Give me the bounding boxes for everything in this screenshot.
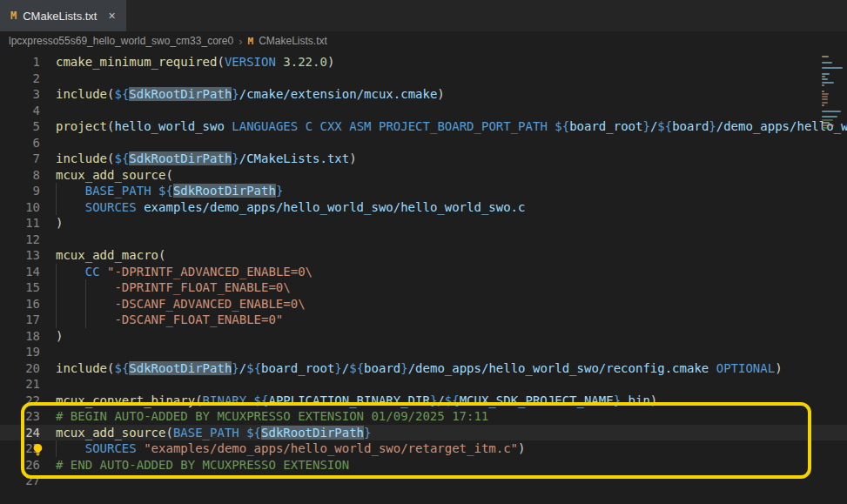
code-line[interactable]: 14 CC "-DPRINTF_ADVANCED_ENABLE=0\	[0, 264, 847, 280]
line-number: 11	[0, 215, 40, 232]
code-text: cmake_minimum_required(VERSION 3.22.0)	[40, 54, 847, 71]
minimap-line	[822, 111, 841, 112]
line-number: 15	[0, 279, 40, 296]
code-line[interactable]: 13mcux_add_macro(	[0, 247, 847, 264]
lightbulb-icon[interactable]	[30, 441, 45, 457]
code-text: )	[40, 328, 847, 345]
code-line[interactable]: 21	[0, 376, 847, 393]
breadcrumb-folder[interactable]: lpcxpresso55s69_hello_world_swo_cm33_cor…	[9, 35, 233, 47]
minimap-line	[822, 96, 828, 97]
code-line[interactable]: 12	[0, 232, 847, 248]
minimap-line	[822, 131, 844, 132]
code-text: # BEGIN AUTO-ADDED BY MCUXPRESSO EXTENSI…	[40, 408, 847, 425]
code-line[interactable]: 27	[0, 473, 847, 489]
minimap-line	[822, 116, 837, 118]
code-line[interactable]: 20include(${SdkRootDirPath}/${board_root…	[0, 360, 847, 377]
code-line[interactable]: 22mcux_convert_binary(BINARY ${APPLICATI…	[0, 393, 847, 409]
code-line[interactable]: 18)	[0, 328, 847, 345]
code-text: mcux_add_source(	[40, 167, 847, 184]
code-line[interactable]: 1cmake_minimum_required(VERSION 3.22.0)	[0, 54, 847, 71]
minimap-line	[822, 56, 829, 57]
line-number: 10	[0, 199, 40, 216]
code-text	[40, 103, 847, 119]
minimap-line	[822, 82, 834, 84]
code-line[interactable]: 5project(hello_world_swo LANGUAGES C CXX…	[0, 118, 847, 135]
line-number: 19	[0, 344, 40, 360]
code-editor[interactable]: 1cmake_minimum_required(VERSION 3.22.0)2…	[0, 50, 847, 504]
cmake-file-icon: M	[248, 36, 254, 47]
minimap-line	[822, 93, 829, 95]
line-number: 23	[0, 408, 40, 425]
line-number: 22	[0, 393, 40, 409]
code-text: BASE_PATH ${SdkRootDirPath}	[40, 183, 847, 199]
code-line[interactable]: 15 -DPRINTF_FLOAT_ENABLE=0\	[0, 279, 847, 296]
code-text: include(${SdkRootDirPath}/cmake/extensio…	[40, 86, 847, 103]
code-text: )	[40, 215, 847, 232]
code-lines: 1cmake_minimum_required(VERSION 3.22.0)2…	[0, 50, 847, 489]
code-text: project(hello_world_swo LANGUAGES C CXX …	[40, 118, 847, 135]
line-number: 24	[0, 425, 40, 441]
code-line[interactable]: 25 SOURCES "examples/demo_apps/hello_wor…	[0, 440, 847, 457]
code-line[interactable]: 4	[0, 103, 847, 119]
minimap-line	[822, 127, 830, 129]
minimap-line	[822, 73, 830, 75]
code-line[interactable]: 10 SOURCES examples/demo_apps/hello_worl…	[0, 199, 847, 216]
code-line[interactable]: 24mcux_add_source(BASE_PATH ${SdkRootDir…	[0, 425, 847, 441]
minimap-line	[822, 122, 830, 124]
code-line[interactable]: 3include(${SdkRootDirPath}/cmake/extensi…	[0, 86, 847, 103]
code-text: CC "-DPRINTF_ADVANCED_ENABLE=0\	[40, 264, 847, 280]
minimap-line	[822, 102, 828, 104]
close-tab-icon[interactable]: ×	[108, 10, 115, 22]
minimap-line	[822, 62, 832, 64]
code-text	[40, 344, 847, 360]
minimap[interactable]	[822, 56, 844, 133]
minimap-line	[822, 76, 825, 77]
line-number: 7	[0, 151, 40, 167]
minimap-line	[822, 107, 844, 109]
line-number: 16	[0, 296, 40, 312]
line-number: 13	[0, 247, 40, 264]
minimap-line	[822, 124, 834, 126]
minimap-line	[822, 58, 844, 60]
code-line[interactable]: 23# BEGIN AUTO-ADDED BY MCUXPRESSO EXTEN…	[0, 408, 847, 425]
code-text: SOURCES examples/demo_apps/hello_world_s…	[40, 199, 847, 216]
minimap-line	[822, 78, 828, 80]
breadcrumb-file[interactable]: CMakeLists.txt	[259, 35, 327, 47]
code-text: -DPRINTF_FLOAT_ENABLE=0\	[40, 279, 847, 296]
minimap-line	[822, 70, 844, 71]
code-line[interactable]: 19	[0, 344, 847, 360]
code-line[interactable]: 6	[0, 135, 847, 151]
line-number: 27	[0, 473, 40, 489]
code-line[interactable]: 16 -DSCANF_ADVANCED_ENABLE=0\	[0, 296, 847, 312]
code-text: -DSCANF_ADVANCED_ENABLE=0\	[40, 296, 847, 312]
code-line[interactable]: 7include(${SdkRootDirPath}/CMakeLists.tx…	[0, 151, 847, 167]
code-line[interactable]: 11)	[0, 215, 847, 232]
code-line[interactable]: 26# END AUTO-ADDED BY MCUXPRESSO EXTENSI…	[0, 457, 847, 474]
tab-label: CMakeLists.txt	[23, 10, 97, 23]
code-line[interactable]: 8mcux_add_source(	[0, 167, 847, 184]
code-text: SOURCES "examples/demo_apps/hello_world_…	[40, 440, 847, 457]
code-text	[40, 376, 847, 393]
minimap-line	[822, 84, 824, 86]
minimap-line	[822, 113, 844, 115]
minimap-line	[822, 104, 824, 106]
code-line[interactable]: 17 -DSCANF_FLOAT_ENABLE=0"	[0, 312, 847, 328]
code-text: include(${SdkRootDirPath}/CMakeLists.txt…	[40, 151, 847, 167]
code-text	[40, 71, 847, 87]
code-text: mcux_convert_binary(BINARY ${APPLICATION…	[40, 393, 847, 409]
line-number: 4	[0, 103, 40, 119]
line-number: 14	[0, 264, 40, 280]
code-text: include(${SdkRootDirPath}/${board_root}/…	[40, 360, 847, 377]
tab-cmakelists[interactable]: M CMakeLists.txt ×	[0, 0, 127, 31]
line-number: 20	[0, 360, 40, 377]
minimap-line	[822, 87, 844, 89]
line-number: 12	[0, 232, 40, 248]
code-line[interactable]: 2	[0, 71, 847, 87]
code-line[interactable]: 9 BASE_PATH ${SdkRootDirPath}	[0, 183, 847, 199]
breadcrumb: lpcxpresso55s69_hello_world_swo_cm33_cor…	[0, 31, 847, 50]
line-number: 17	[0, 312, 40, 328]
line-number: 1	[0, 54, 40, 71]
line-number: 2	[0, 71, 40, 87]
minimap-line	[822, 64, 844, 66]
code-text: mcux_add_macro(	[40, 247, 847, 264]
